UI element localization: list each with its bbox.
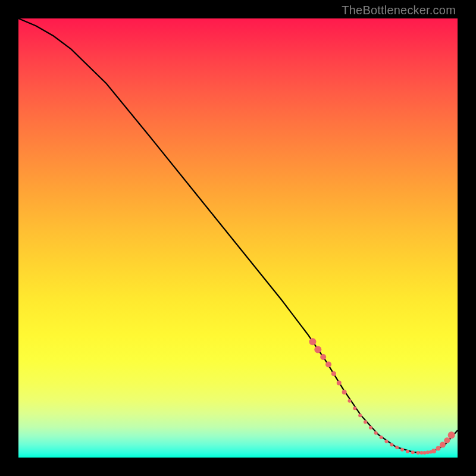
curve-marker — [384, 440, 388, 443]
curve-marker — [423, 451, 427, 455]
attribution-text: TheBottlenecker.com — [342, 4, 456, 17]
curve-marker — [448, 431, 455, 439]
curve-marker — [331, 371, 336, 376]
chart-svg — [18, 18, 458, 458]
curve-marker — [337, 381, 342, 386]
curve-marker — [342, 390, 347, 394]
curve-marker — [411, 450, 415, 454]
curve-marker — [325, 362, 331, 368]
curve-marker — [426, 450, 430, 454]
chart-frame: TheBottlenecker.com — [0, 0, 476, 476]
marker-group — [309, 338, 455, 455]
curve-marker — [369, 426, 372, 430]
curve-marker — [431, 449, 436, 453]
curve-marker — [358, 414, 362, 417]
curve-line — [18, 18, 458, 452]
curve-marker — [390, 443, 393, 447]
curve-marker — [419, 451, 423, 455]
curve-marker — [395, 446, 399, 449]
curve-marker — [347, 399, 351, 403]
curve-marker — [309, 338, 316, 345]
curve-marker — [320, 354, 326, 360]
curve-marker — [314, 346, 321, 353]
curve-marker — [400, 448, 404, 452]
curve-marker — [380, 436, 383, 439]
plot-area — [18, 18, 458, 458]
curve-marker — [436, 446, 441, 451]
curve-marker — [353, 406, 356, 410]
curve-marker — [374, 431, 378, 435]
curve-marker — [406, 450, 409, 453]
curve-marker — [364, 420, 367, 424]
curve-marker — [444, 437, 450, 443]
curve-marker — [440, 442, 446, 448]
curve-marker — [416, 451, 420, 455]
